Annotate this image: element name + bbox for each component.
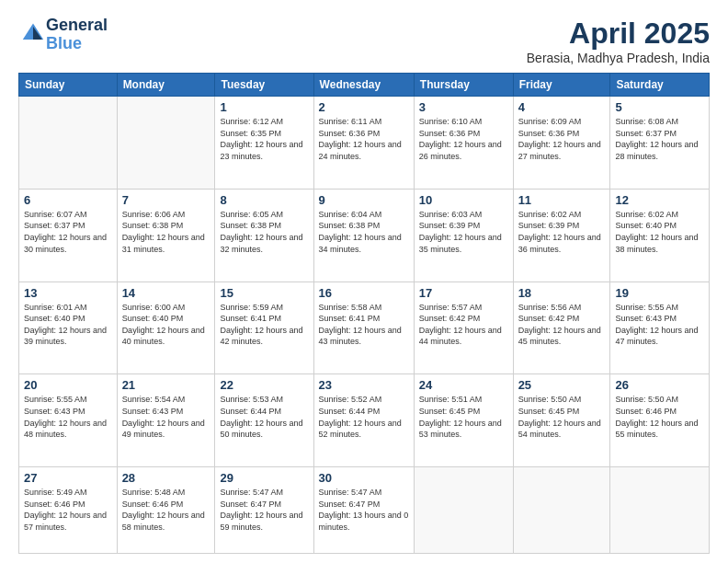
day-info: Sunrise: 5:49 AMSunset: 6:46 PMDaylight:…	[24, 487, 112, 533]
calendar-cell	[610, 467, 710, 554]
sunset-text: Sunset: 6:46 PM	[24, 499, 112, 511]
calendar-cell: 22Sunrise: 5:53 AMSunset: 6:44 PMDayligh…	[215, 374, 313, 467]
sunset-text: Sunset: 6:40 PM	[122, 313, 210, 325]
calendar-cell: 14Sunrise: 6:00 AMSunset: 6:40 PMDayligh…	[117, 282, 215, 374]
sunrise-text: Sunrise: 6:07 AM	[24, 209, 112, 221]
calendar-cell: 9Sunrise: 6:04 AMSunset: 6:38 PMDaylight…	[313, 189, 414, 282]
sunrise-text: Sunrise: 5:49 AM	[24, 487, 112, 499]
calendar-cell: 26Sunrise: 5:50 AMSunset: 6:46 PMDayligh…	[610, 374, 710, 467]
sunset-text: Sunset: 6:37 PM	[615, 128, 704, 140]
sunrise-text: Sunrise: 5:48 AM	[122, 487, 210, 499]
day-info: Sunrise: 6:00 AMSunset: 6:40 PMDaylight:…	[122, 302, 210, 348]
calendar-cell: 13Sunrise: 6:01 AMSunset: 6:40 PMDayligh…	[19, 282, 118, 374]
day-info: Sunrise: 5:47 AMSunset: 6:47 PMDaylight:…	[220, 487, 308, 533]
day-info: Sunrise: 5:50 AMSunset: 6:45 PMDaylight:…	[518, 394, 606, 440]
day-number: 13	[24, 286, 112, 300]
sunrise-text: Sunrise: 6:04 AM	[319, 209, 409, 221]
day-info: Sunrise: 5:57 AMSunset: 6:42 PMDaylight:…	[419, 302, 508, 348]
sunset-text: Sunset: 6:40 PM	[615, 220, 704, 232]
day-info: Sunrise: 5:51 AMSunset: 6:45 PMDaylight:…	[419, 394, 508, 440]
sunrise-text: Sunrise: 5:56 AM	[518, 302, 606, 314]
daylight-text: Daylight: 12 hours and 39 minutes.	[24, 325, 112, 348]
daylight-text: Daylight: 12 hours and 32 minutes.	[220, 232, 308, 255]
calendar-cell	[513, 467, 610, 554]
day-info: Sunrise: 5:59 AMSunset: 6:41 PMDaylight:…	[220, 302, 308, 348]
day-number: 24	[419, 378, 508, 392]
day-number: 23	[319, 378, 409, 392]
daylight-text: Daylight: 12 hours and 24 minutes.	[319, 139, 409, 162]
day-number: 25	[518, 378, 606, 392]
calendar-cell: 21Sunrise: 5:54 AMSunset: 6:43 PMDayligh…	[117, 374, 215, 467]
day-info: Sunrise: 5:50 AMSunset: 6:46 PMDaylight:…	[615, 394, 704, 440]
calendar-cell: 20Sunrise: 5:55 AMSunset: 6:43 PMDayligh…	[19, 374, 118, 467]
sunset-text: Sunset: 6:39 PM	[419, 220, 508, 232]
daylight-text: Daylight: 12 hours and 52 minutes.	[319, 418, 409, 441]
day-number: 3	[419, 100, 508, 114]
day-info: Sunrise: 6:01 AMSunset: 6:40 PMDaylight:…	[24, 302, 112, 348]
day-info: Sunrise: 5:55 AMSunset: 6:43 PMDaylight:…	[615, 302, 704, 348]
daylight-text: Daylight: 12 hours and 43 minutes.	[319, 325, 409, 348]
calendar-cell: 5Sunrise: 6:08 AMSunset: 6:37 PMDaylight…	[610, 97, 710, 190]
day-number: 1	[220, 100, 308, 114]
sunrise-text: Sunrise: 6:08 AM	[615, 116, 704, 128]
calendar-week-row: 6Sunrise: 6:07 AMSunset: 6:37 PMDaylight…	[19, 189, 710, 282]
day-number: 15	[220, 286, 308, 300]
sunset-text: Sunset: 6:36 PM	[419, 128, 508, 140]
calendar-cell	[414, 467, 513, 554]
sunset-text: Sunset: 6:47 PM	[319, 499, 409, 511]
sunset-text: Sunset: 6:42 PM	[419, 313, 508, 325]
sunrise-text: Sunrise: 5:47 AM	[319, 487, 409, 499]
sunset-text: Sunset: 6:44 PM	[220, 406, 308, 418]
day-info: Sunrise: 5:48 AMSunset: 6:46 PMDaylight:…	[122, 487, 210, 533]
sunrise-text: Sunrise: 5:55 AM	[615, 302, 704, 314]
daylight-text: Daylight: 12 hours and 55 minutes.	[615, 418, 704, 441]
day-info: Sunrise: 6:07 AMSunset: 6:37 PMDaylight:…	[24, 209, 112, 255]
daylight-text: Daylight: 12 hours and 23 minutes.	[220, 139, 308, 162]
daylight-text: Daylight: 12 hours and 59 minutes.	[220, 510, 308, 533]
sunset-text: Sunset: 6:43 PM	[615, 313, 704, 325]
calendar-cell: 27Sunrise: 5:49 AMSunset: 6:46 PMDayligh…	[19, 467, 118, 554]
day-number: 28	[122, 471, 210, 485]
sunset-text: Sunset: 6:38 PM	[319, 220, 409, 232]
daylight-text: Daylight: 12 hours and 44 minutes.	[419, 325, 508, 348]
header-sunday: Sunday	[19, 74, 118, 97]
calendar-week-row: 27Sunrise: 5:49 AMSunset: 6:46 PMDayligh…	[19, 467, 710, 554]
calendar-cell: 10Sunrise: 6:03 AMSunset: 6:39 PMDayligh…	[414, 189, 513, 282]
calendar-cell: 7Sunrise: 6:06 AMSunset: 6:38 PMDaylight…	[117, 189, 215, 282]
daylight-text: Daylight: 12 hours and 57 minutes.	[24, 510, 112, 533]
location: Berasia, Madhya Pradesh, India	[527, 51, 710, 65]
sunset-text: Sunset: 6:40 PM	[24, 313, 112, 325]
sunset-text: Sunset: 6:43 PM	[24, 406, 112, 418]
sunrise-text: Sunrise: 6:02 AM	[518, 209, 606, 221]
day-number: 19	[615, 286, 704, 300]
calendar-cell	[117, 97, 215, 190]
day-number: 22	[220, 378, 308, 392]
day-info: Sunrise: 5:54 AMSunset: 6:43 PMDaylight:…	[122, 394, 210, 440]
daylight-text: Daylight: 12 hours and 38 minutes.	[615, 232, 704, 255]
daylight-text: Daylight: 12 hours and 45 minutes.	[518, 325, 606, 348]
day-info: Sunrise: 5:58 AMSunset: 6:41 PMDaylight:…	[319, 302, 409, 348]
daylight-text: Daylight: 12 hours and 34 minutes.	[319, 232, 409, 255]
daylight-text: Daylight: 12 hours and 40 minutes.	[122, 325, 210, 348]
header: General Blue April 2025 Berasia, Madhya …	[18, 17, 710, 65]
calendar-cell: 1Sunrise: 6:12 AMSunset: 6:35 PMDaylight…	[215, 97, 313, 190]
sunrise-text: Sunrise: 5:50 AM	[518, 394, 606, 406]
day-info: Sunrise: 6:05 AMSunset: 6:38 PMDaylight:…	[220, 209, 308, 255]
sunrise-text: Sunrise: 6:12 AM	[220, 116, 308, 128]
calendar-cell: 17Sunrise: 5:57 AMSunset: 6:42 PMDayligh…	[414, 282, 513, 374]
sunset-text: Sunset: 6:42 PM	[518, 313, 606, 325]
sunrise-text: Sunrise: 5:50 AM	[615, 394, 704, 406]
daylight-text: Daylight: 12 hours and 31 minutes.	[122, 232, 210, 255]
day-info: Sunrise: 6:11 AMSunset: 6:36 PMDaylight:…	[319, 116, 409, 162]
sunset-text: Sunset: 6:36 PM	[518, 128, 606, 140]
day-number: 21	[122, 378, 210, 392]
sunrise-text: Sunrise: 6:05 AM	[220, 209, 308, 221]
sunrise-text: Sunrise: 6:00 AM	[122, 302, 210, 314]
sunset-text: Sunset: 6:35 PM	[220, 128, 308, 140]
sunset-text: Sunset: 6:41 PM	[220, 313, 308, 325]
day-number: 27	[24, 471, 112, 485]
sunset-text: Sunset: 6:38 PM	[220, 220, 308, 232]
sunrise-text: Sunrise: 5:51 AM	[419, 394, 508, 406]
calendar-cell: 28Sunrise: 5:48 AMSunset: 6:46 PMDayligh…	[117, 467, 215, 554]
calendar-cell: 18Sunrise: 5:56 AMSunset: 6:42 PMDayligh…	[513, 282, 610, 374]
